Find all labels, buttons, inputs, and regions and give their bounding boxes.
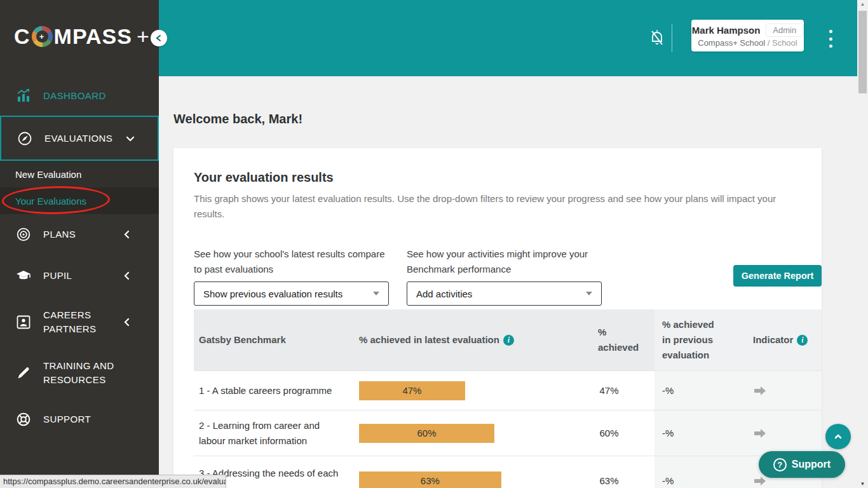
sidebar-item-label: SUPPORT bbox=[43, 412, 122, 426]
filters-row: See how your school's latest results com… bbox=[194, 247, 822, 306]
question-mark-icon: ? bbox=[773, 458, 787, 471]
sidebar-item-plans[interactable]: PLANS bbox=[0, 214, 159, 255]
user-organisation: Compass+ School bbox=[698, 38, 765, 48]
column-header-latest-evaluation: % achieved in latest evaluation i bbox=[359, 309, 575, 370]
sidebar-menu: DASHBOARD EVALUATIONS New Evaluation You… bbox=[0, 76, 159, 440]
kebab-menu-icon[interactable] bbox=[826, 30, 835, 48]
filter-label: See how your activities might improve yo… bbox=[407, 247, 602, 277]
sidebar-item-label: CAREERS PARTNERS bbox=[43, 308, 109, 336]
page-scrollbar[interactable]: ▲ ▼ bbox=[857, 0, 868, 488]
sidebar-item-support[interactable]: SUPPORT bbox=[0, 398, 159, 440]
user-name: Mark Hampson bbox=[692, 25, 761, 36]
target-icon bbox=[15, 226, 32, 243]
sidebar-item-label: EVALUATIONS bbox=[44, 132, 112, 146]
benchmark-label: 1 - A stable careers programme bbox=[199, 383, 332, 398]
evaluation-results-card: Your evaluation results This graph shows… bbox=[173, 148, 822, 488]
sidebar-item-label: DASHBOARD bbox=[43, 89, 106, 103]
chevron-left-icon bbox=[121, 228, 133, 241]
logo-letter-c: C bbox=[14, 24, 31, 49]
sidebar-item-new-evaluation[interactable]: New Evaluation bbox=[0, 161, 159, 187]
add-activities-filter: See how your activities might improve yo… bbox=[407, 247, 602, 306]
support-button[interactable]: ? Support bbox=[759, 451, 845, 478]
sidebar-item-dashboard[interactable]: DASHBOARD bbox=[0, 76, 159, 116]
evaluations-submenu: New Evaluation Your Evaluations bbox=[0, 161, 159, 214]
sidebar-item-label: PLANS bbox=[43, 227, 109, 241]
add-activities-dropdown[interactable]: Add activities bbox=[407, 281, 602, 306]
sidebar-item-training-resources[interactable]: TRAINING AND RESOURCES bbox=[0, 348, 159, 398]
notifications-muted-icon[interactable] bbox=[647, 28, 667, 48]
column-header-indicator: Indicator i bbox=[740, 309, 822, 370]
chevron-left-icon bbox=[121, 269, 133, 282]
benchmark-table: Gatsby Benchmark % achieved in latest ev… bbox=[194, 309, 822, 488]
logo-letters-mpass: MPASS bbox=[54, 24, 132, 49]
previous-results-dropdown[interactable]: Show previous evaluation results bbox=[194, 281, 389, 306]
sidebar-item-your-evaluations[interactable]: Your Evaluations bbox=[0, 187, 159, 214]
logo-compass-rose-icon: + bbox=[32, 26, 53, 47]
benchmark-label: 2 - Learning from career and labour mark… bbox=[199, 418, 340, 449]
card-description: This graph shows your latest evaluation … bbox=[194, 191, 822, 222]
sidebar-item-careers-partners[interactable]: CAREERS PARTNERS bbox=[0, 297, 159, 348]
previous-percent-value: -% bbox=[654, 410, 740, 456]
benchmark-bar: 47% bbox=[359, 381, 465, 400]
info-icon[interactable]: i bbox=[797, 335, 808, 346]
column-header-gatsby-benchmark: Gatsby Benchmark bbox=[194, 309, 359, 370]
scrollbar-up-arrow[interactable]: ▲ bbox=[857, 1, 868, 7]
sidebar-item-label: TRAINING AND RESOURCES bbox=[43, 359, 122, 387]
card-title: Your evaluation results bbox=[194, 170, 822, 185]
table-header-row: Gatsby Benchmark % achieved in latest ev… bbox=[194, 309, 822, 370]
table-row: 1 - A stable careers programme 47% 47% -… bbox=[194, 370, 822, 410]
column-header-previous-evaluation: % achieved in previous evaluation bbox=[654, 309, 740, 370]
sidebar-item-evaluations[interactable]: EVALUATIONS bbox=[0, 116, 159, 161]
column-header-percent-achieved: % achieved bbox=[575, 309, 654, 370]
bar-chart-icon bbox=[15, 88, 32, 104]
caret-down-icon bbox=[586, 292, 592, 295]
dropdown-value: Show previous evaluation results bbox=[203, 288, 342, 299]
chevron-up-icon bbox=[832, 430, 844, 443]
previous-percent-value: -% bbox=[654, 456, 740, 488]
logo-plus-sign: + bbox=[137, 24, 150, 49]
top-bar: Mark Hampson Admin Compass+ School / Sch… bbox=[159, 0, 857, 76]
pencil-icon bbox=[15, 365, 32, 381]
sidebar-item-label: PUPIL bbox=[43, 269, 109, 283]
previous-percent-value: -% bbox=[654, 371, 740, 410]
id-badge-icon bbox=[15, 314, 32, 330]
graduation-cap-icon bbox=[15, 268, 32, 284]
filter-label: See how your school's latest results com… bbox=[194, 247, 389, 277]
logo-area: C + MPASS + bbox=[0, 0, 159, 76]
previous-results-filter: See how your school's latest results com… bbox=[194, 247, 389, 306]
sidebar-nav: C + MPASS + DASHBO bbox=[0, 0, 159, 488]
table-row: 3 - Addressing the needs of each pupil 6… bbox=[194, 456, 822, 488]
browser-status-bar: https://compassplus.demo.careersandenter… bbox=[0, 475, 226, 488]
support-button-label: Support bbox=[792, 459, 831, 470]
welcome-heading: Welcome back, Mark! bbox=[173, 112, 302, 126]
indicator-arrow-right-icon bbox=[753, 426, 767, 440]
user-role-badge: Admin bbox=[766, 24, 803, 37]
topbar-divider bbox=[672, 24, 672, 52]
benchmark-bar: 60% bbox=[359, 424, 494, 443]
user-account-card[interactable]: Mark Hampson Admin Compass+ School / Sch… bbox=[691, 20, 804, 51]
chevron-left-icon bbox=[121, 316, 133, 329]
scroll-to-top-button[interactable] bbox=[825, 424, 851, 449]
user-organisation-type: / School bbox=[768, 38, 797, 48]
compass-icon bbox=[17, 130, 33, 147]
chevron-down-icon bbox=[124, 132, 137, 145]
percent-achieved-value: 60% bbox=[575, 410, 654, 456]
sidebar-collapse-button[interactable] bbox=[151, 30, 167, 46]
percent-achieved-value: 63% bbox=[575, 456, 654, 488]
scrollbar-down-arrow[interactable]: ▼ bbox=[857, 481, 868, 487]
compass-plus-app: Mark Hampson Admin Compass+ School / Sch… bbox=[0, 0, 868, 488]
info-icon[interactable]: i bbox=[503, 335, 514, 346]
benchmark-bar: 63% bbox=[359, 471, 501, 488]
table-row: 2 - Learning from career and labour mark… bbox=[194, 410, 822, 456]
caret-down-icon bbox=[373, 292, 379, 295]
compass-plus-logo: C + MPASS + bbox=[14, 24, 150, 49]
indicator-arrow-right-icon bbox=[753, 384, 767, 398]
sidebar-item-pupil[interactable]: PUPIL bbox=[0, 255, 159, 297]
percent-achieved-value: 47% bbox=[575, 371, 654, 410]
scrollbar-thumb[interactable] bbox=[858, 11, 867, 93]
generate-report-button[interactable]: Generate Report bbox=[733, 265, 822, 287]
dropdown-value: Add activities bbox=[416, 288, 472, 299]
lifebuoy-icon bbox=[15, 411, 32, 428]
